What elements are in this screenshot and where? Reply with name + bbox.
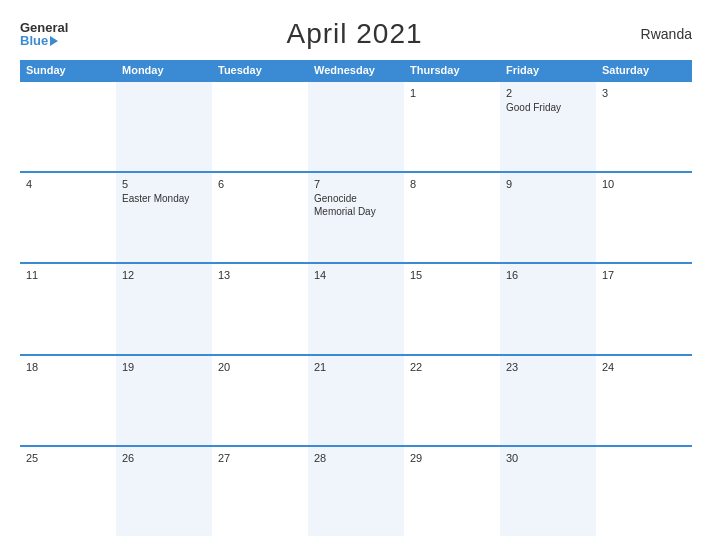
cell-w4-d1: 18 — [20, 356, 116, 445]
day-number: 15 — [410, 269, 494, 281]
cell-w3-d6: 16 — [500, 264, 596, 353]
day-number: 18 — [26, 361, 110, 373]
cell-w1-d3 — [212, 82, 308, 171]
day-number: 5 — [122, 178, 206, 190]
calendar: Sunday Monday Tuesday Wednesday Thursday… — [20, 60, 692, 536]
day-number: 25 — [26, 452, 110, 464]
cell-w1-d7: 3 — [596, 82, 692, 171]
day-number: 6 — [218, 178, 302, 190]
day-number: 30 — [506, 452, 590, 464]
cell-w2-d3: 6 — [212, 173, 308, 262]
header-wednesday: Wednesday — [308, 60, 404, 80]
day-number: 20 — [218, 361, 302, 373]
week-1: 12Good Friday3 — [20, 80, 692, 171]
day-number: 19 — [122, 361, 206, 373]
cell-w4-d2: 19 — [116, 356, 212, 445]
calendar-body: 12Good Friday345Easter Monday67Genocide … — [20, 80, 692, 536]
day-number: 8 — [410, 178, 494, 190]
header-monday: Monday — [116, 60, 212, 80]
cell-w1-d6: 2Good Friday — [500, 82, 596, 171]
day-number: 28 — [314, 452, 398, 464]
day-number: 14 — [314, 269, 398, 281]
cell-w3-d3: 13 — [212, 264, 308, 353]
day-number: 22 — [410, 361, 494, 373]
cell-w3-d7: 17 — [596, 264, 692, 353]
day-number: 2 — [506, 87, 590, 99]
day-event: Easter Monday — [122, 193, 189, 204]
logo-triangle-icon — [50, 36, 58, 46]
week-4: 18192021222324 — [20, 354, 692, 445]
cell-w5-d7 — [596, 447, 692, 536]
cell-w5-d3: 27 — [212, 447, 308, 536]
cell-w4-d5: 22 — [404, 356, 500, 445]
cell-w4-d6: 23 — [500, 356, 596, 445]
day-number: 23 — [506, 361, 590, 373]
calendar-title: April 2021 — [286, 18, 422, 50]
day-number: 24 — [602, 361, 686, 373]
cell-w4-d7: 24 — [596, 356, 692, 445]
day-number: 7 — [314, 178, 398, 190]
cell-w5-d6: 30 — [500, 447, 596, 536]
cell-w1-d4 — [308, 82, 404, 171]
day-number: 3 — [602, 87, 686, 99]
day-number: 11 — [26, 269, 110, 281]
cell-w1-d1 — [20, 82, 116, 171]
cell-w2-d5: 8 — [404, 173, 500, 262]
week-5: 252627282930 — [20, 445, 692, 536]
day-number: 9 — [506, 178, 590, 190]
day-number: 27 — [218, 452, 302, 464]
logo: General Blue — [20, 21, 68, 47]
cell-w3-d1: 11 — [20, 264, 116, 353]
cell-w5-d5: 29 — [404, 447, 500, 536]
page: General Blue April 2021 Rwanda Sunday Mo… — [0, 0, 712, 550]
day-number: 4 — [26, 178, 110, 190]
cell-w5-d1: 25 — [20, 447, 116, 536]
day-number: 17 — [602, 269, 686, 281]
cell-w2-d2: 5Easter Monday — [116, 173, 212, 262]
cell-w5-d4: 28 — [308, 447, 404, 536]
day-number: 29 — [410, 452, 494, 464]
day-number: 12 — [122, 269, 206, 281]
cell-w3-d2: 12 — [116, 264, 212, 353]
cell-w1-d5: 1 — [404, 82, 500, 171]
cell-w4-d3: 20 — [212, 356, 308, 445]
country-label: Rwanda — [641, 26, 692, 42]
calendar-header: Sunday Monday Tuesday Wednesday Thursday… — [20, 60, 692, 80]
cell-w2-d6: 9 — [500, 173, 596, 262]
cell-w4-d4: 21 — [308, 356, 404, 445]
header-saturday: Saturday — [596, 60, 692, 80]
week-3: 11121314151617 — [20, 262, 692, 353]
cell-w1-d2 — [116, 82, 212, 171]
cell-w2-d4: 7Genocide Memorial Day — [308, 173, 404, 262]
cell-w3-d5: 15 — [404, 264, 500, 353]
header-tuesday: Tuesday — [212, 60, 308, 80]
logo-blue-text: Blue — [20, 34, 68, 47]
day-number: 16 — [506, 269, 590, 281]
header-friday: Friday — [500, 60, 596, 80]
cell-w5-d2: 26 — [116, 447, 212, 536]
day-number: 10 — [602, 178, 686, 190]
day-event: Good Friday — [506, 102, 561, 113]
header-sunday: Sunday — [20, 60, 116, 80]
header: General Blue April 2021 Rwanda — [20, 18, 692, 50]
day-number: 13 — [218, 269, 302, 281]
day-number: 26 — [122, 452, 206, 464]
cell-w2-d7: 10 — [596, 173, 692, 262]
day-event: Genocide Memorial Day — [314, 193, 376, 217]
day-number: 21 — [314, 361, 398, 373]
cell-w2-d1: 4 — [20, 173, 116, 262]
header-thursday: Thursday — [404, 60, 500, 80]
day-number: 1 — [410, 87, 494, 99]
cell-w3-d4: 14 — [308, 264, 404, 353]
week-2: 45Easter Monday67Genocide Memorial Day89… — [20, 171, 692, 262]
